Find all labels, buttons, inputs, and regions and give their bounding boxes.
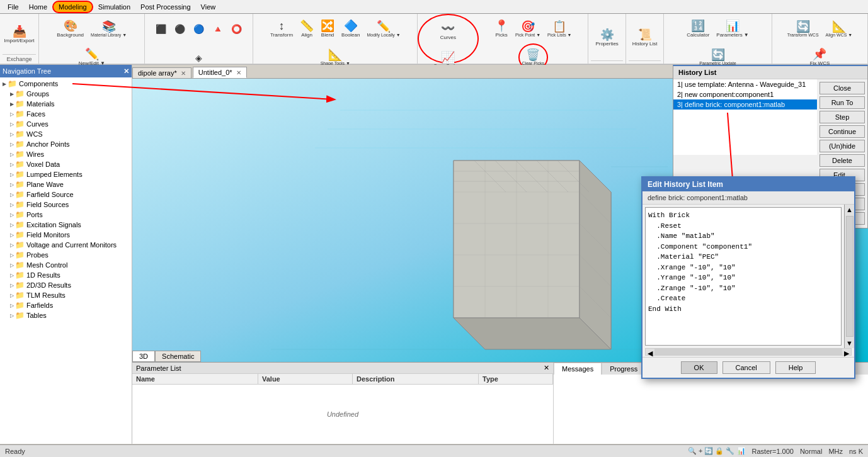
menu-post-processing[interactable]: Post Processing [135, 2, 195, 12]
import-export-button[interactable]: 📥 Import/Export [1, 21, 38, 48]
properties-label [591, 60, 623, 62]
navigation-tree: Navigation Tree ✕ ▶ 📁 Components ▶ 📁 Gro… [0, 65, 132, 444]
dialog-subtitle: define brick: component1:matlab [642, 191, 854, 205]
status-ns-k: ns K [849, 448, 863, 455]
properties-button[interactable]: ⚙️Properties [592, 24, 621, 52]
history-label [629, 60, 661, 62]
param-list: Parameter List ✕ Name Value Description … [132, 363, 553, 444]
dialog-body[interactable]: With Brick .Reset .Name "matlab" .Compon… [645, 207, 842, 346]
view-tab-schematic[interactable]: Schematic [155, 351, 201, 362]
view-tabs: 3D Schematic [132, 351, 201, 362]
tab-untitled-close[interactable]: ✕ [236, 69, 241, 76]
menu-simulation[interactable]: Simulation [93, 2, 135, 12]
tree-item-anchor-points[interactable]: ▷ 📁 Anchor Points [1, 139, 130, 149]
hist-unhide-btn[interactable]: (Un)hide [819, 140, 865, 152]
curves-button[interactable]: 〰️Curves [437, 18, 459, 45]
tab-dipole-label: dipole array* [138, 69, 177, 77]
shape-tor-button[interactable]: ⭕ [228, 15, 246, 43]
dialog-footer: OK Cancel Help [642, 357, 854, 378]
nav-tree-close[interactable]: ✕ [123, 67, 129, 76]
dialog-help-btn[interactable]: Help [775, 361, 816, 374]
history-item-3[interactable]: 3| define brick: component1:matlab [673, 99, 817, 110]
modify-locally-button[interactable]: ✏️Modify Locally ▼ [363, 15, 403, 43]
shape-cone-button[interactable]: 🔺 [209, 15, 227, 43]
shape-cyl-button[interactable]: 🔵 [190, 15, 208, 43]
tree-item-groups[interactable]: ▶ 📁 Groups [1, 89, 130, 99]
tree-item-materials[interactable]: ▶ 📁 Materials [1, 99, 130, 109]
param-list-close[interactable]: ✕ [544, 364, 549, 372]
menu-modeling[interactable]: Modeling [52, 1, 93, 13]
nav-tree-header: Navigation Tree ✕ [0, 65, 132, 77]
shape-box-button[interactable]: ⬛ [152, 15, 170, 43]
background-button[interactable]: 🎨 Background [54, 15, 87, 43]
tree-item-curves[interactable]: ▷ 📁 Curves [1, 119, 130, 129]
view-tab-3d[interactable]: 3D [132, 351, 155, 362]
tree-item-tlm-results[interactable]: ▷ 📁 TLM Results [1, 290, 130, 300]
msg-tab-messages[interactable]: Messages [554, 363, 602, 375]
tab-untitled[interactable]: Untitled_0* ✕ [193, 67, 247, 78]
scroll-down-icon[interactable]: ▼ [845, 338, 854, 348]
hist-step-btn[interactable]: Step [819, 111, 865, 123]
status-ready: Ready [5, 448, 25, 455]
menu-view[interactable]: View [196, 2, 221, 12]
tree-item-faces[interactable]: ▷ 📁 Faces [1, 109, 130, 119]
dialog-cancel-btn[interactable]: Cancel [722, 361, 770, 374]
tree-item-excitation-signals[interactable]: ▷ 📁 Excitation Signals [1, 220, 130, 230]
edit-history-dialog: Edit History List Item define brick: com… [641, 176, 855, 379]
history-item-2[interactable]: 2| new component:component1 [673, 89, 817, 99]
tree-item-1d-results[interactable]: ▷ 📁 1D Results [1, 270, 130, 280]
history-list-button[interactable]: 📜History List [629, 24, 661, 52]
tree-item-farfields[interactable]: ▷ 📁 Farfields [1, 300, 130, 310]
dialog-code: With Brick .Reset .Name "matlab" .Compon… [648, 210, 838, 314]
tree-item-wcs[interactable]: ▷ 📁 WCS [1, 129, 130, 139]
tree-item-ports[interactable]: ▷ 📁 Ports [1, 210, 130, 220]
hist-delete-btn[interactable]: Delete [819, 154, 865, 167]
shape-sphere-button[interactable]: ⚫ [171, 15, 189, 43]
tab-dipole-array[interactable]: dipole array* ✕ [132, 67, 191, 78]
transform-button[interactable]: ↕️Transform [267, 15, 296, 43]
tree-item-voxel-data[interactable]: ▷ 📁 Voxel Data [1, 159, 130, 169]
tree-item-2d3d-results[interactable]: ▷ 📁 2D/3D Results [1, 280, 130, 290]
tree-item-tables[interactable]: ▷ 📁 Tables [1, 310, 130, 320]
history-panel-title: History List [673, 66, 867, 79]
calculator-button[interactable]: 🔢Calculator [683, 15, 712, 43]
hist-run-to-btn[interactable]: Run To [819, 96, 865, 109]
pick-lists-button[interactable]: 📋Pick Lists ▼ [544, 15, 574, 43]
nav-tree-content: ▶ 📁 Components ▶ 📁 Groups ▶ 📁 Materials … [0, 77, 132, 444]
align-wcs-button[interactable]: 📐Align WCS ▼ [823, 15, 856, 43]
tab-dipole-close[interactable]: ✕ [181, 70, 186, 77]
menu-home[interactable]: Home [24, 2, 52, 12]
tree-item-mesh-control[interactable]: ▷ 📁 Mesh Control [1, 260, 130, 270]
tree-item-plane-wave[interactable]: ▷ 📁 Plane Wave [1, 179, 130, 189]
menu-file[interactable]: File [3, 2, 24, 12]
blend-button[interactable]: 🔀Blend [317, 15, 338, 43]
transform-wcs-button[interactable]: 🔄Transform WCS [784, 15, 822, 43]
history-list: 1| use template: Antenna - Waveguide_31 … [673, 79, 817, 155]
boolean-button[interactable]: 🔷Boolean [338, 15, 363, 43]
parameters-button[interactable]: 📊Parameters ▼ [713, 15, 752, 43]
tree-item-voltage-current[interactable]: ▷ 📁 Voltage and Current Monitors [1, 240, 130, 250]
tree-item-wires[interactable]: ▷ 📁 Wires [1, 149, 130, 159]
param-col-name: Name [132, 374, 258, 384]
tree-item-lumped-elements[interactable]: ▷ 📁 Lumped Elements [1, 169, 130, 179]
tree-item-farfield-source[interactable]: ▷ 📁 Farfield Source [1, 189, 130, 200]
tree-item-probes[interactable]: ▷ 📁 Probes [1, 250, 130, 260]
align-button[interactable]: 📏Align [297, 15, 317, 43]
scroll-up-icon[interactable]: ▲ [845, 205, 854, 215]
scroll-left-icon[interactable]: ◀ [646, 349, 654, 355]
tree-item-field-monitors[interactable]: ▷ 📁 Field Monitors [1, 230, 130, 240]
hist-close-btn[interactable]: Close [819, 82, 865, 94]
tree-item-field-sources[interactable]: ▷ 📁 Field Sources [1, 200, 130, 210]
hist-continue-btn[interactable]: Continue [819, 125, 865, 138]
history-item-1[interactable]: 1| use template: Antenna - Waveguide_31 [673, 79, 817, 89]
param-col-value: Value [258, 374, 353, 384]
param-col-desc: Description [353, 374, 479, 384]
param-body: Undefined [132, 385, 553, 444]
msg-tab-progress[interactable]: Progress [602, 363, 646, 375]
pick-point-button[interactable]: 🎯Pick Point ▼ [512, 15, 544, 43]
scroll-right-icon[interactable]: ▶ [842, 349, 851, 355]
dialog-ok-btn[interactable]: OK [681, 361, 717, 374]
tree-item-components[interactable]: ▶ 📁 Components [1, 79, 130, 89]
material-library-button[interactable]: 📚 Material Library ▼ [88, 15, 130, 43]
picks-button[interactable]: 📍Picks [491, 15, 511, 43]
